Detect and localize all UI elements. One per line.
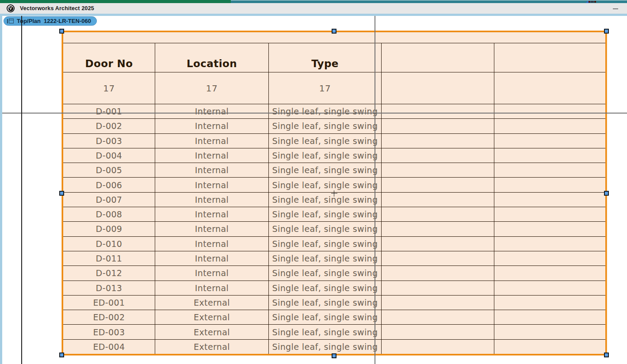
- empty-cell: [494, 104, 605, 118]
- door-no-cell: D-002: [63, 118, 155, 133]
- type-cell: Single leaf, single swing: [269, 118, 382, 133]
- count-cell: 17: [155, 72, 269, 104]
- empty-cell: [382, 236, 494, 251]
- empty-cell: [494, 281, 605, 295]
- selection-handle-bottom-right[interactable]: [604, 353, 609, 357]
- viewport-frame-top: [0, 14, 627, 16]
- empty-cell: [494, 251, 605, 265]
- selection-handle-middle-right[interactable]: [604, 191, 609, 196]
- empty-cell: [494, 207, 605, 221]
- top-strip-green-segment: [0, 0, 231, 3]
- door-no-cell: D-010: [63, 236, 155, 251]
- drawing-horizontal-line[interactable]: [2, 113, 627, 114]
- type-cell: Single leaf, single swing: [269, 324, 382, 339]
- count-cell: [382, 72, 494, 104]
- type-cell: Single leaf, single swing: [269, 236, 382, 251]
- door-no-cell: ED-002: [63, 310, 155, 324]
- type-cell: Single leaf, single swing: [269, 192, 382, 207]
- type-cell: Single leaf, single swing: [269, 295, 382, 310]
- minimize-icon: [613, 8, 618, 9]
- door-no-cell: D-006: [63, 177, 155, 192]
- view-mode-label: Top/Plan: [17, 18, 41, 24]
- empty-cell: [494, 163, 605, 177]
- selection-handle-bottom-middle[interactable]: [332, 353, 336, 358]
- column-header-location: Location: [155, 43, 269, 72]
- empty-cell: [494, 192, 605, 207]
- peek-pixel: [594, 1, 596, 3]
- minimize-button[interactable]: [613, 8, 619, 10]
- empty-cell: [382, 148, 494, 163]
- drawing-vertical-line-center[interactable]: [375, 16, 375, 364]
- column-header-empty: [382, 43, 494, 72]
- top-plan-view-icon: [7, 19, 14, 23]
- door-no-cell: D-011: [63, 251, 155, 265]
- empty-cell: [494, 221, 605, 236]
- selection-handle-top-right[interactable]: [604, 29, 609, 34]
- crosshair-horizontal: [331, 193, 337, 193]
- type-cell: Single leaf, single swing: [269, 310, 382, 324]
- door-no-cell: D-009: [63, 221, 155, 236]
- vectorworks-logo-v: V: [8, 6, 13, 11]
- window-title: Vectorworks Architect 2025: [20, 5, 94, 11]
- door-no-cell: D-013: [63, 281, 155, 295]
- selection-handle-top-middle[interactable]: [332, 29, 336, 34]
- door-no-cell: D-008: [63, 207, 155, 221]
- location-cell: External: [155, 310, 269, 324]
- location-cell: External: [155, 324, 269, 339]
- sheet-name-label: 1222-LR-TEN-060: [44, 18, 91, 24]
- count-cell: 17: [63, 72, 155, 104]
- type-cell: Single leaf, single swing: [269, 207, 382, 221]
- selection-handle-top-left[interactable]: [59, 29, 64, 34]
- empty-cell: [494, 118, 605, 133]
- location-cell: Internal: [155, 251, 269, 265]
- type-cell: Single leaf, single swing: [269, 281, 382, 295]
- empty-cell: [382, 192, 494, 207]
- empty-cell: [382, 163, 494, 177]
- empty-cell: [494, 310, 605, 324]
- column-header-empty: [494, 43, 605, 72]
- top-strip-teal-segment: [231, 0, 627, 3]
- location-cell: Internal: [155, 192, 269, 207]
- selection-handle-bottom-left[interactable]: [59, 353, 64, 357]
- worksheet-title-band: [63, 32, 605, 43]
- empty-cell: [382, 310, 494, 324]
- location-cell: Internal: [155, 133, 269, 148]
- door-no-cell: D-012: [63, 265, 155, 280]
- view-tab-pill[interactable]: Top/Plan 1222-LR-TEN-060: [4, 16, 97, 26]
- location-cell: Internal: [155, 265, 269, 280]
- drawing-vertical-line-left[interactable]: [21, 16, 22, 364]
- column-header-type: Type: [269, 43, 382, 72]
- empty-cell: [382, 207, 494, 221]
- type-cell: Single leaf, single swing: [269, 177, 382, 192]
- empty-cell: [382, 104, 494, 118]
- empty-cell: [494, 133, 605, 148]
- door-no-cell: ED-001: [63, 295, 155, 310]
- location-cell: Internal: [155, 104, 269, 118]
- empty-cell: [494, 177, 605, 192]
- door-no-cell: ED-004: [63, 339, 155, 354]
- crosshair-vertical: [334, 190, 334, 197]
- door-no-cell: D-007: [63, 192, 155, 207]
- peek-wedge-shape: [586, 0, 588, 3]
- type-cell: Single leaf, single swing: [269, 339, 382, 354]
- empty-cell: [494, 295, 605, 310]
- vectorworks-logo-icon: V: [7, 4, 15, 12]
- type-cell: Single leaf, single swing: [269, 251, 382, 265]
- viewport-frame-left: [0, 16, 2, 364]
- empty-cell: [382, 221, 494, 236]
- selection-handle-middle-left[interactable]: [59, 191, 64, 196]
- location-cell: Internal: [155, 148, 269, 163]
- ibeam-cursor-icon: [7, 19, 8, 23]
- empty-cell: [382, 265, 494, 280]
- door-no-cell: D-004: [63, 148, 155, 163]
- door-no-cell: D-003: [63, 133, 155, 148]
- count-cell: 17: [269, 72, 382, 104]
- vectorworks-window: V Vectorworks Architect 2025 Top/Plan 12…: [0, 0, 627, 364]
- empty-cell: [382, 324, 494, 339]
- location-cell: Internal: [155, 281, 269, 295]
- type-cell: Single leaf, single swing: [269, 133, 382, 148]
- type-cell: Single leaf, single swing: [269, 104, 382, 118]
- empty-cell: [382, 339, 494, 354]
- empty-cell: [494, 148, 605, 163]
- location-cell: External: [155, 339, 269, 354]
